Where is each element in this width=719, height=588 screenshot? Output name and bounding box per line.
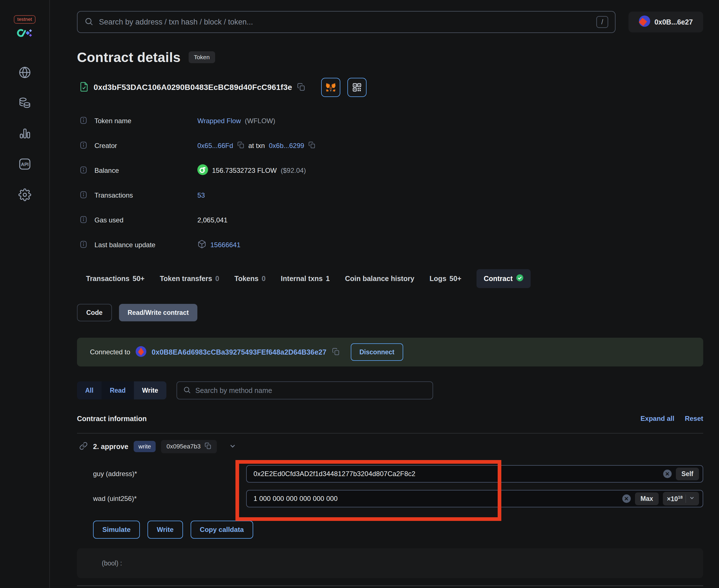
method-action-buttons: Simulate Write Copy calldata xyxy=(77,521,703,539)
chevron-down-icon[interactable] xyxy=(229,442,237,451)
transactions-count-link[interactable]: 53 xyxy=(198,191,205,199)
filter-all[interactable]: All xyxy=(77,381,102,399)
stats-icon[interactable] xyxy=(18,127,31,140)
field-row-wad: wad (uint256)* ✕ Max ×1018 xyxy=(77,490,703,507)
balance-value: 156.73532723 FLOW xyxy=(212,167,277,174)
contract-details-page: testnet xyxy=(0,0,719,588)
method-type-segmented-control: All Read Write xyxy=(77,381,166,399)
contract-information-header: Contract information Expand all Reset xyxy=(77,411,703,426)
token-name-link[interactable]: Wrapped Flow xyxy=(198,117,241,125)
guy-address-input[interactable] xyxy=(253,470,519,478)
app-logo[interactable] xyxy=(16,28,34,39)
info-icon xyxy=(79,215,95,225)
expand-all-link[interactable]: Expand all xyxy=(641,415,675,422)
block-cube-icon xyxy=(198,239,206,250)
add-to-metamask-button[interactable] xyxy=(321,78,340,97)
tab-token-transfers[interactable]: Token transfers0 xyxy=(160,275,219,283)
link-icon[interactable] xyxy=(79,442,88,451)
search-icon xyxy=(183,386,191,395)
info-icon xyxy=(79,191,95,200)
chevron-down-icon[interactable] xyxy=(689,495,695,503)
globe-icon[interactable] xyxy=(18,66,31,79)
tab-contract[interactable]: Contract xyxy=(476,269,531,288)
verified-check-icon xyxy=(516,274,523,283)
creator-address-link[interactable]: 0x65...66Fd xyxy=(198,142,233,150)
section-title: Contract information xyxy=(77,415,147,423)
verified-contract-icon xyxy=(79,82,89,93)
creator-txn-text: at txn xyxy=(248,142,265,150)
method-output-panel: (bool) : xyxy=(77,548,703,578)
chip-separator xyxy=(685,495,686,503)
tab-read-write-contract[interactable]: Read/Write contract xyxy=(119,304,198,321)
page-title: Contract details xyxy=(77,49,181,65)
tab-tokens[interactable]: Tokens0 xyxy=(234,275,266,283)
last-balance-block-link[interactable]: 15666641 xyxy=(210,241,241,249)
method-selector-chip: 0x095ea7b3 xyxy=(161,440,217,453)
info-label: Last balance update xyxy=(95,241,198,249)
copy-address-icon[interactable] xyxy=(297,83,305,92)
connected-address-link[interactable]: 0x0B8EA6d6983cCBa39275493FEf648a2D64B36e… xyxy=(152,348,327,356)
info-icon xyxy=(79,141,95,150)
filter-read[interactable]: Read xyxy=(102,381,133,399)
token-symbol: (WFLOW) xyxy=(245,117,275,125)
copy-txn-icon[interactable] xyxy=(308,141,315,150)
account-address-label: 0x0B...6e27 xyxy=(654,18,693,26)
self-button[interactable]: Self xyxy=(676,468,699,480)
field-row-guy: guy (address)* ✕ Self xyxy=(77,465,703,483)
max-button[interactable]: Max xyxy=(635,492,659,505)
method-search-input[interactable] xyxy=(196,386,427,395)
api-icon[interactable]: API xyxy=(18,157,32,171)
tab-coin-balance-history[interactable]: Coin balance history xyxy=(345,275,414,283)
write-button[interactable]: Write xyxy=(147,521,183,539)
method-search-box[interactable] xyxy=(177,381,433,399)
section-divider xyxy=(77,433,703,434)
settings-icon[interactable] xyxy=(18,188,31,201)
info-icon xyxy=(79,240,95,250)
copy-connected-address-icon[interactable] xyxy=(332,348,340,357)
copy-selector-icon[interactable] xyxy=(204,442,211,451)
flow-token-icon xyxy=(198,164,208,177)
info-icon xyxy=(79,166,95,175)
address-row: 0xd3bF53DAC106A0290B0483EcBC89d40FcC961f… xyxy=(77,79,703,96)
clear-guy-icon[interactable]: ✕ xyxy=(663,469,672,478)
simulate-button[interactable]: Simulate xyxy=(93,521,140,539)
tab-internal-txns[interactable]: Internal txns1 xyxy=(281,275,330,283)
info-row-transactions: Transactions 53 xyxy=(77,189,703,202)
info-row-last-balance-update: Last balance update 15666641 xyxy=(77,238,703,252)
global-search[interactable]: / xyxy=(77,11,616,33)
bottom-divider xyxy=(77,586,703,586)
info-label: Transactions xyxy=(95,191,198,199)
search-shortcut-badge: / xyxy=(596,16,608,28)
page-header: Contract details Token xyxy=(77,46,703,69)
reset-link[interactable]: Reset xyxy=(685,415,703,422)
copy-calldata-button[interactable]: Copy calldata xyxy=(191,521,253,539)
info-row-balance: Balance 156.73532723 FLOW ($92.04) xyxy=(77,164,703,177)
tab-bar: Transactions50+ Token transfers0 Tokens0… xyxy=(77,268,703,289)
multiplier-dropdown[interactable]: ×1018 xyxy=(663,492,699,505)
info-row-token-name: Token name Wrapped Flow (WFLOW) xyxy=(77,114,703,128)
tab-code[interactable]: Code xyxy=(77,304,112,321)
svg-text:API: API xyxy=(21,162,28,167)
disconnect-button[interactable]: Disconnect xyxy=(351,343,403,361)
info-label: Gas used xyxy=(95,216,198,224)
wad-uint256-input[interactable] xyxy=(253,495,519,503)
info-icon xyxy=(79,116,95,126)
wad-uint256-input-wrap: ✕ Max ×1018 xyxy=(246,490,703,507)
account-button[interactable]: 0x0B...6e27 xyxy=(629,12,703,33)
filter-write[interactable]: Write xyxy=(134,381,166,399)
tab-transactions[interactable]: Transactions50+ xyxy=(86,275,145,283)
tokens-icon[interactable] xyxy=(18,97,32,109)
field-label-wad: wad (uint256)* xyxy=(77,495,246,503)
account-avatar xyxy=(639,16,650,28)
clear-wad-icon[interactable]: ✕ xyxy=(622,495,631,503)
qr-code-button[interactable] xyxy=(347,78,367,97)
search-input[interactable] xyxy=(99,18,591,26)
output-bool-label: (bool) : xyxy=(102,560,122,567)
method-approve-header[interactable]: 2. approve write 0x095ea7b3 xyxy=(77,439,703,455)
tab-logs[interactable]: Logs50+ xyxy=(429,275,461,283)
sidebar: testnet xyxy=(0,0,50,588)
creation-txn-link[interactable]: 0x6b...6299 xyxy=(269,142,304,150)
copy-creator-icon[interactable] xyxy=(237,141,244,150)
info-label: Token name xyxy=(95,117,198,125)
network-badge: testnet xyxy=(14,15,35,24)
